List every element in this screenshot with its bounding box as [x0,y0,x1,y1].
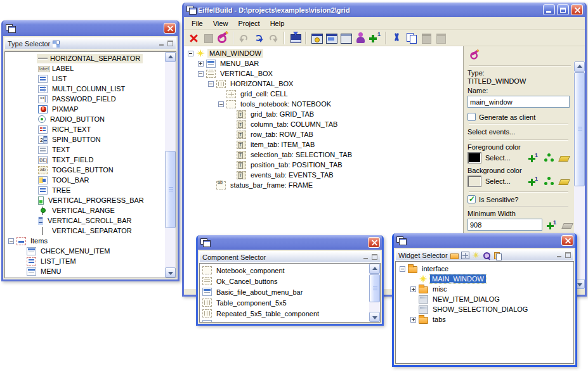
close-button[interactable] [164,23,176,34]
close-button[interactable] [368,237,380,248]
rebuild-icon[interactable] [252,31,266,45]
list-item[interactable]: TOOL_BAR [5,175,176,185]
list-item[interactable]: Tree [200,319,380,323]
scroll-up-button[interactable] [165,52,176,62]
tree-item[interactable]: tools_notebook: NOTEBOOK [184,99,463,109]
search-icon[interactable] [483,252,491,259]
redo-icon[interactable] [266,31,280,45]
collapse-icon[interactable] [188,51,193,56]
window-settings-icon[interactable] [310,31,323,45]
tree-item[interactable]: interface [396,264,573,274]
tree-item[interactable]: column_tab: COLUMN_TAB [184,119,463,129]
pane-minimize-icon[interactable] [159,41,165,46]
pane-maximize-icon[interactable] [372,254,377,260]
scroll-down-button[interactable] [369,312,380,322]
list-item[interactable]: TREE [5,185,176,195]
list-item[interactable]: VERTICAL_SCROLL_BAR [5,215,176,226]
tree-item[interactable]: status_bar_frame: FRAME [184,180,463,190]
color-hierarchy-icon[interactable] [543,176,554,187]
list-item[interactable]: TOGGLE_BUTTON [5,165,176,175]
tree-item[interactable]: item_tab: ITEM_TAB [184,139,463,150]
list-item[interactable]: LIST_ITEM [5,256,176,266]
tree-item[interactable]: row_tab: ROW_TAB [184,129,463,139]
starburst-icon[interactable] [472,252,480,259]
preview-window-icon[interactable] [339,31,353,45]
expand-icon[interactable] [410,317,416,323]
paste-special-icon[interactable] [433,31,447,45]
list-item[interactable]: VERTICAL_RANGE [5,205,176,215]
close-button[interactable] [561,235,573,246]
paste-icon[interactable] [419,31,433,45]
add-window-icon[interactable] [461,252,469,259]
foreground-select-link[interactable]: Select... [485,154,524,162]
scroll-up-button[interactable] [369,264,380,274]
tree-item[interactable]: NEW_ITEM_DIALOG [396,294,573,304]
list-item[interactable]: PIXMAP [5,104,176,114]
close-button[interactable] [571,4,583,15]
pane-minimize-icon[interactable] [556,252,563,258]
pane-maximize-icon[interactable] [565,252,571,258]
main-title-bar[interactable]: EiffelBuild - D:\projects\examples\visio… [184,3,585,17]
list-item[interactable]: Notebook_component [200,265,380,276]
collapse-icon[interactable] [218,101,224,107]
name-field[interactable] [467,96,570,108]
add-one-icon[interactable] [528,176,539,187]
list-item[interactable]: HORIZONTAL_SEPARATOR [5,53,176,63]
tree-item[interactable]: VERTICAL_BOX [184,68,463,79]
foreground-color-swatch[interactable] [467,152,481,164]
menu-project[interactable]: Project [233,18,265,29]
list-item[interactable]: VERTICAL_PROGRESS_BAR [5,195,176,205]
tree-item[interactable]: MAIN_WINDOW [184,48,463,58]
list-item[interactable]: PASSWORD_FIELD [5,94,176,104]
folder-icon[interactable] [450,253,459,259]
tree-item[interactable]: grid_cell: CELL [184,89,463,99]
tree-item[interactable]: position_tab: POSITION_TAB [184,160,463,170]
cut-icon[interactable] [389,31,403,45]
list-item[interactable]: Table_component_5x5 [200,297,380,308]
list-item[interactable]: Repeated_5x5_table_component [200,308,380,319]
add-one-icon[interactable] [528,152,539,164]
pane-maximize-icon[interactable] [167,41,173,46]
background-color-swatch[interactable] [467,176,481,187]
maximize-button[interactable] [557,4,569,15]
copy-icon[interactable] [404,31,418,45]
eraser-icon[interactable] [558,176,570,187]
type-selector-title-bar[interactable] [3,20,178,36]
menu-help[interactable]: Help [265,18,290,29]
component-list-scrollbar[interactable] [369,264,380,322]
generate-code-icon[interactable] [288,31,302,45]
builder-window-icon[interactable] [324,31,338,45]
collapse-icon[interactable] [198,71,204,77]
edit-component-icon[interactable] [216,31,230,45]
scroll-thumb[interactable] [369,274,380,302]
tree-item[interactable]: MENU_BAR [184,58,463,68]
list-item[interactable]: Ok_Cancel_buttons [200,276,380,286]
type-list-scrollbar[interactable] [165,52,176,278]
tree-item[interactable]: HORIZONTAL_BOX [184,79,463,89]
scroll-thumb[interactable] [574,72,585,186]
tree-item[interactable]: selection_tab: SELECTION_TAB [184,150,463,160]
list-item[interactable]: TEXT [5,144,176,155]
minimize-button[interactable] [543,4,555,15]
color-hierarchy-icon[interactable] [543,152,554,164]
eraser-icon[interactable] [558,152,570,164]
list-item[interactable]: SPIN_BUTTON [5,134,176,144]
tree-item[interactable]: tabs [396,314,573,324]
collapse-icon[interactable] [208,81,214,87]
tree-item[interactable]: SHOW_SELECTION_DIALOG [396,304,573,314]
add-one-icon[interactable] [546,219,558,231]
scroll-up-button[interactable] [574,61,585,72]
scroll-thumb[interactable] [165,151,176,228]
scroll-down-button[interactable] [165,267,176,278]
list-item[interactable]: RADIO_BUTTON [5,114,176,124]
list-item[interactable]: TEXT_FIELD [5,155,176,165]
select-events-link[interactable]: Select events... [467,128,570,136]
minimum-width-field[interactable] [467,219,542,231]
is-sensitive-checkbox[interactable] [467,195,476,203]
list-item[interactable]: VERTICAL_SEPARATOR [5,226,176,236]
type-selector-inner-title[interactable]: Type Selector [4,37,176,49]
background-select-link[interactable]: Select... [485,177,524,185]
widget-selector-inner-title[interactable]: Widget Selector [395,249,574,261]
menu-file[interactable]: File [186,18,208,29]
widget-selector-title-bar[interactable] [394,233,575,248]
